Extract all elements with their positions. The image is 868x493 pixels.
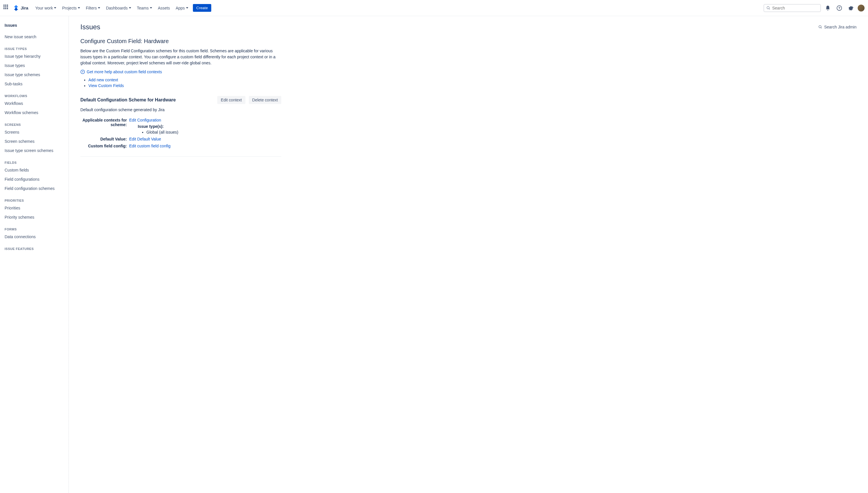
svg-text:?: ?	[838, 6, 840, 10]
default-value-label: Default Value:	[81, 137, 129, 141]
sidebar-section-heading: Priorities	[2, 193, 66, 203]
nav-item-apps[interactable]: Apps	[174, 4, 190, 12]
chevron-down-icon	[54, 7, 56, 8]
search-admin-label: Search Jira admin	[824, 25, 856, 29]
sidebar-item-screen-schemes[interactable]: Screen schemes	[2, 137, 66, 146]
nav-item-dashboards[interactable]: Dashboards	[104, 4, 134, 12]
search-input[interactable]	[772, 6, 818, 10]
nav-item-your-work[interactable]: Your work	[33, 4, 59, 12]
sidebar-section-heading: Issue Features	[2, 241, 66, 252]
custom-config-label: Custom field config:	[81, 144, 129, 148]
sidebar-item-issue-type-screen-schemes[interactable]: Issue type screen schemes	[2, 146, 66, 155]
create-button[interactable]: Create	[193, 4, 211, 12]
svg-line-5	[821, 27, 822, 28]
sidebar-section-heading: Forms	[2, 222, 66, 232]
config-row-applicable: Applicable contexts for scheme: Edit Con…	[81, 116, 281, 135]
main-header: Issues Search Jira admin	[81, 23, 856, 31]
help-icon[interactable]: ?	[835, 3, 844, 13]
search-icon	[767, 6, 770, 10]
config-row-custom-config: Custom field config: Edit custom field c…	[81, 143, 281, 149]
edit-default-value-link[interactable]: Edit Default Value	[129, 137, 161, 141]
user-avatar[interactable]	[858, 5, 865, 12]
sidebar-item-issue-type-schemes[interactable]: Issue type schemes	[2, 70, 66, 79]
sidebar-item-issue-types[interactable]: Issue types	[2, 61, 66, 70]
svg-text:?: ?	[82, 70, 83, 73]
sidebar-item-priorities[interactable]: Priorities	[2, 203, 66, 213]
jira-logo[interactable]: Jira	[13, 5, 28, 12]
sidebar-item-field-configurations[interactable]: Field configurations	[2, 175, 66, 184]
nav-item-filters[interactable]: Filters	[84, 4, 102, 12]
sidebar-section-heading: Workflows	[2, 88, 66, 99]
scheme-title: Default Configuration Scheme for Hardwar…	[81, 98, 176, 103]
main-content: Issues Search Jira admin Configure Custo…	[69, 16, 868, 493]
app-switcher-icon[interactable]	[3, 5, 10, 12]
edit-custom-config-link[interactable]: Edit custom field config	[129, 144, 170, 148]
edit-context-button[interactable]: Edit context	[217, 96, 245, 104]
sidebar-item-priority-schemes[interactable]: Priority schemes	[2, 213, 66, 222]
action-list: Add new contextView Custom Fields	[81, 78, 281, 88]
settings-icon[interactable]	[846, 3, 855, 13]
help-link[interactable]: Get more help about custom field context…	[87, 69, 162, 74]
sidebar-section-heading: Issue Types	[2, 41, 66, 52]
sidebar-title: Issues	[2, 23, 66, 32]
sidebar-item-sub-tasks[interactable]: Sub-tasks	[2, 79, 66, 88]
chevron-down-icon	[186, 7, 188, 8]
chevron-down-icon	[129, 7, 131, 8]
chevron-down-icon	[150, 7, 152, 8]
scheme-header: Default Configuration Scheme for Hardwar…	[81, 96, 281, 104]
global-search[interactable]	[763, 4, 821, 12]
notifications-icon[interactable]	[823, 3, 832, 13]
help-link-row: ? Get more help about custom field conte…	[81, 69, 281, 74]
config-row-default-value: Default Value: Edit Default Value	[81, 135, 281, 143]
page-title: Issues	[81, 23, 100, 31]
nav-item-assets[interactable]: Assets	[156, 4, 172, 12]
search-jira-admin[interactable]: Search Jira admin	[818, 25, 856, 29]
jira-logo-text: Jira	[21, 5, 28, 10]
nav-item-teams[interactable]: Teams	[135, 4, 155, 12]
sidebar-section-heading: Screens	[2, 117, 66, 128]
sidebar-item-issue-type-hierarchy[interactable]: Issue type hierarchy	[2, 52, 66, 61]
svg-line-1	[769, 8, 770, 9]
sidebar-section-heading: Fields	[2, 155, 66, 166]
configure-desc: Below are the Custom Field Configuration…	[81, 48, 276, 66]
sidebar-item-field-configuration-schemes[interactable]: Field configuration schemes	[2, 184, 66, 193]
sidebar-item-workflows[interactable]: Workflows	[2, 99, 66, 108]
nav-items: Your workProjectsFiltersDashboardsTeamsA…	[33, 4, 190, 12]
search-icon	[818, 25, 822, 29]
chevron-down-icon	[98, 7, 100, 8]
sidebar-item-data-connections[interactable]: Data connections	[2, 232, 66, 241]
configure-title: Configure Custom Field: Hardware	[81, 38, 281, 45]
sidebar-item-custom-fields[interactable]: Custom fields	[2, 166, 66, 175]
layout: Issues New issue search Issue TypesIssue…	[0, 16, 868, 493]
applicable-label: Applicable contexts for scheme:	[81, 118, 129, 134]
svg-point-0	[767, 6, 769, 8]
edit-configuration-link[interactable]: Edit Configuration	[129, 118, 161, 122]
nav-item-projects[interactable]: Projects	[60, 4, 83, 12]
sidebar-item-screens[interactable]: Screens	[2, 128, 66, 137]
sidebar-item-new-issue-search[interactable]: New issue search	[2, 32, 66, 41]
sidebar-item-workflow-schemes[interactable]: Workflow schemes	[2, 108, 66, 117]
svg-point-4	[819, 26, 821, 28]
action-link-add-new-context[interactable]: Add new context	[88, 78, 118, 82]
action-link-view-custom-fields[interactable]: View Custom Fields	[88, 83, 124, 88]
issue-types-value: Global (all issues)	[146, 130, 281, 134]
topnav-right: ?	[763, 3, 865, 13]
scheme-desc: Default configuration scheme generated b…	[81, 107, 281, 112]
delete-context-button[interactable]: Delete context	[249, 96, 281, 104]
jira-logo-icon	[13, 5, 20, 12]
issue-types-label: Issue type(s):	[138, 124, 281, 129]
chevron-down-icon	[78, 7, 80, 8]
top-navigation: Jira Your workProjectsFiltersDashboardsT…	[0, 0, 868, 16]
help-circle-icon: ?	[81, 69, 85, 74]
sidebar: Issues New issue search Issue TypesIssue…	[0, 16, 69, 493]
